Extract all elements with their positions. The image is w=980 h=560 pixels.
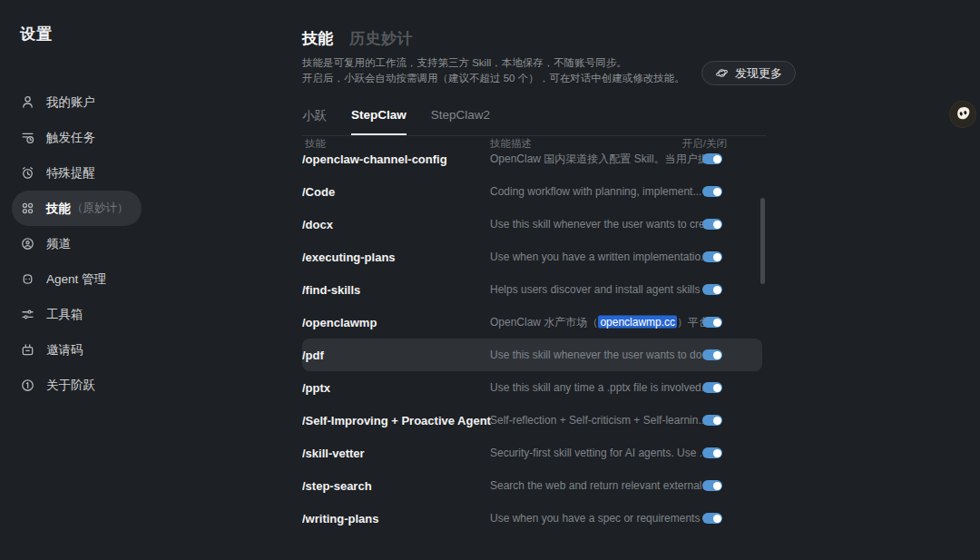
sidebar-item-suffix: （原妙计） bbox=[72, 201, 129, 216]
sidebar-item-invite-code[interactable]: 邀请码 bbox=[12, 332, 96, 368]
skill-row[interactable]: /skill-vetterSecurity-first skill vettin… bbox=[302, 437, 762, 469]
skill-row[interactable]: /find-skillsHelps users discover and ins… bbox=[302, 273, 762, 306]
trigger-task-icon bbox=[20, 130, 35, 145]
skill-description: OpenClaw 水产市场（openclawmp.cc）平台... bbox=[490, 315, 719, 330]
skill-name: /Self-Improving + Proactive Agent bbox=[302, 414, 491, 427]
skill-toggle[interactable] bbox=[702, 513, 722, 524]
skill-description: Use this skill whenever the user wants t… bbox=[490, 349, 710, 361]
skill-row[interactable]: /pdfUse this skill whenever the user wan… bbox=[302, 339, 762, 371]
page-tab-history-tricks[interactable]: 历史妙计 bbox=[349, 28, 413, 49]
skill-name: /Code bbox=[302, 185, 335, 199]
invite-icon bbox=[20, 342, 35, 358]
skill-description: OpenClaw 国内渠道接入配置 Skill。当用户提... bbox=[490, 152, 718, 167]
discover-more-button[interactable]: 发现更多 bbox=[701, 61, 796, 85]
skill-toggle[interactable] bbox=[702, 153, 722, 164]
skills-description: 技能是可复用的工作流，支持第三方 Skill，本地保存，不随账号同步。 开启后，… bbox=[302, 55, 685, 86]
toggle-on-icon bbox=[702, 480, 722, 491]
skill-name: /skill-vetter bbox=[302, 447, 365, 460]
subtab-stepclaw2[interactable]: StepClaw2 bbox=[431, 108, 490, 135]
toggle-on-icon bbox=[702, 513, 722, 524]
skill-toggle[interactable] bbox=[702, 480, 722, 491]
skill-name: /openclaw-channel-config bbox=[302, 152, 447, 166]
skill-row[interactable]: /step-searchSearch the web and return re… bbox=[302, 469, 762, 502]
toggle-on-icon bbox=[702, 251, 722, 262]
settings-sidebar: 设置 我的账户触发任务特殊提醒技能（原妙计）频道Agent 管理工具箱邀请码关于… bbox=[0, 0, 281, 560]
sidebar-item-agent-management[interactable]: Agent 管理 bbox=[12, 261, 119, 297]
skills-grid-icon bbox=[20, 201, 35, 216]
skill-row[interactable]: /executing-plansUse when you have a writ… bbox=[302, 241, 762, 273]
main-panel: 技能历史妙计 技能是可复用的工作流，支持第三方 Skill，本地保存，不随账号同… bbox=[302, 0, 767, 560]
skill-description: Use this skill whenever the user wants t… bbox=[490, 218, 714, 231]
page-tab-skills[interactable]: 技能 bbox=[302, 28, 334, 49]
sidebar-item-skills[interactable]: 技能（原妙计） bbox=[12, 191, 142, 226]
skill-description: Search the web and return relevant exter… bbox=[490, 479, 710, 492]
skill-row[interactable]: /openclaw-channel-configOpenClaw 国内渠道接入配… bbox=[302, 150, 762, 175]
skill-row[interactable]: /writing-plansUse when you have a spec o… bbox=[302, 502, 762, 535]
skill-toggle[interactable] bbox=[702, 382, 722, 393]
skill-name: /docx bbox=[302, 218, 333, 231]
settings-title: 设置 bbox=[20, 24, 53, 44]
skill-toggle[interactable] bbox=[702, 349, 722, 360]
sidebar-item-label: 关于阶跃 bbox=[46, 378, 95, 394]
skill-toggle[interactable] bbox=[702, 284, 722, 295]
skill-description: Security-first skill vetting for AI agen… bbox=[490, 447, 709, 459]
sidebar-item-label: 频道 bbox=[46, 236, 71, 252]
sidebar-item-label: 触发任务 bbox=[46, 130, 95, 146]
skill-toggle[interactable] bbox=[702, 447, 722, 458]
sidebar-item-label: 邀请码 bbox=[46, 342, 83, 359]
skill-toggle[interactable] bbox=[702, 415, 722, 426]
sidebar-item-label: 特殊提醒 bbox=[46, 165, 95, 182]
column-header-skill: 技能 bbox=[305, 137, 326, 151]
toggle-on-icon bbox=[702, 415, 722, 426]
sidebar-menu: 我的账户触发任务特殊提醒技能（原妙计）频道Agent 管理工具箱邀请码关于阶跃 bbox=[12, 84, 142, 403]
skill-name: /openclawmp bbox=[302, 316, 377, 329]
sidebar-item-label: 技能 bbox=[46, 201, 71, 217]
selected-text-highlight: openclawmp.cc bbox=[598, 316, 677, 329]
sidebar-item-account[interactable]: 我的账户 bbox=[12, 84, 108, 120]
scrollbar-thumb[interactable] bbox=[760, 198, 765, 284]
toggle-on-icon bbox=[702, 153, 722, 164]
skill-toggle[interactable] bbox=[702, 251, 722, 262]
skill-description: Self-reflection + Self-criticism + Self-… bbox=[490, 414, 707, 427]
skill-toggle[interactable] bbox=[702, 317, 722, 328]
column-header-toggle: 开启/关闭 bbox=[682, 137, 727, 151]
subtab-stepclaw[interactable]: StepClaw bbox=[351, 108, 407, 135]
skill-name: /pptx bbox=[302, 381, 330, 395]
tabs-divider bbox=[302, 135, 767, 136]
mascot-avatar[interactable] bbox=[949, 101, 976, 128]
toggle-on-icon bbox=[702, 317, 722, 328]
skill-description: Use when you have a spec or requirements… bbox=[490, 512, 712, 525]
user-icon bbox=[20, 94, 35, 110]
sidebar-item-toolbox[interactable]: 工具箱 bbox=[12, 297, 96, 332]
skill-description: Helps users discover and install agent s… bbox=[490, 283, 712, 296]
sidebar-item-label: 我的账户 bbox=[46, 94, 95, 111]
discover-planet-icon bbox=[715, 66, 729, 80]
toolbox-icon bbox=[20, 307, 35, 322]
toggle-on-icon bbox=[702, 382, 722, 393]
skill-row[interactable]: /pptxUse this skill any time a .pptx fil… bbox=[302, 371, 762, 404]
skill-description: Use when you have a written implementati… bbox=[490, 251, 710, 263]
skill-toggle[interactable] bbox=[702, 219, 722, 230]
skills-table: /openclaw-channel-configOpenClaw 国内渠道接入配… bbox=[302, 150, 767, 560]
sidebar-item-channels[interactable]: 频道 bbox=[12, 226, 83, 261]
skill-toggle[interactable] bbox=[702, 186, 722, 197]
skill-name: /executing-plans bbox=[302, 251, 396, 264]
skill-row[interactable]: /docxUse this skill whenever the user wa… bbox=[302, 208, 762, 241]
toggle-on-icon bbox=[702, 186, 722, 197]
subtab-xiaoyue[interactable]: 小跃 bbox=[302, 108, 327, 135]
channel-icon bbox=[20, 236, 35, 251]
skill-row[interactable]: /openclawmpOpenClaw 水产市场（openclawmp.cc）平… bbox=[302, 306, 762, 339]
skill-name: /pdf bbox=[302, 349, 324, 362]
toggle-on-icon bbox=[702, 447, 722, 458]
sidebar-item-label: 工具箱 bbox=[46, 307, 83, 323]
skill-description: Use this skill any time a .pptx file is … bbox=[490, 381, 710, 394]
sidebar-item-about[interactable]: 关于阶跃 bbox=[12, 368, 108, 403]
sidebar-item-special-reminders[interactable]: 特殊提醒 bbox=[12, 155, 108, 191]
skill-row[interactable]: /CodeCoding workflow with planning, impl… bbox=[302, 175, 762, 208]
sidebar-item-trigger-tasks[interactable]: 触发任务 bbox=[12, 120, 108, 155]
agent-icon bbox=[20, 271, 35, 287]
skill-row[interactable]: /Self-Improving + Proactive AgentSelf-re… bbox=[302, 404, 762, 437]
alarm-icon bbox=[20, 165, 35, 181]
skill-description: Coding workflow with planning, implement… bbox=[490, 185, 701, 198]
toggle-on-icon bbox=[702, 284, 722, 295]
